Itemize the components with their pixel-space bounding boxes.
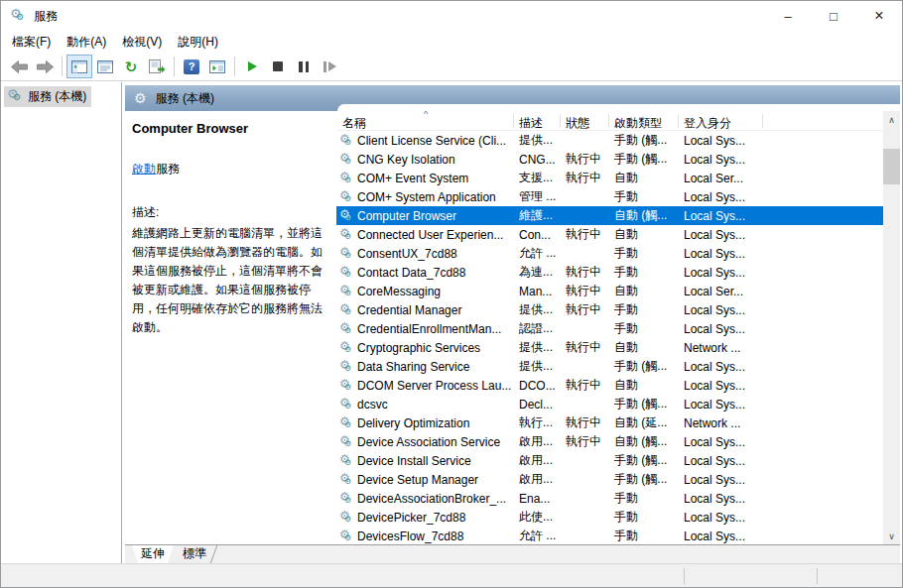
table-row[interactable]: ⚙⚙ Data Sharing Service 提供... 手動 (觸... L… (336, 357, 883, 376)
status-bar-divider (817, 568, 818, 584)
table-row[interactable]: ⚙⚙ ConsentUX_7cd88 允許 ... 手動 Local Sys..… (336, 244, 883, 263)
service-logon-cell: Local Sys... (678, 209, 763, 223)
service-logon-cell: Local Sys... (678, 511, 763, 525)
table-row[interactable]: ⚙⚙ COM+ System Application 管理 ... 手動 Loc… (336, 187, 883, 206)
stop-service-button[interactable] (265, 55, 291, 78)
service-logon-cell: Local Sys... (678, 322, 763, 336)
service-description-cell: 維護... (513, 207, 560, 224)
vertical-scrollbar[interactable]: ∧ ∨ (883, 111, 900, 544)
table-row[interactable]: ⚙⚙ Contact Data_7cd88 為連... 執行中 手動 Local… (336, 263, 883, 282)
service-rows: ⚙⚙ Client License Service (Cli... 提供... … (336, 131, 883, 544)
service-description-cell: 認證... (513, 320, 560, 337)
table-row[interactable]: ⚙⚙ Computer Browser 維護... 自動 (觸... Local… (336, 206, 883, 225)
services-panel-header: ⚙ 服務 (本機) (125, 85, 900, 111)
scroll-up-icon[interactable]: ∧ (883, 111, 900, 128)
service-startup-type-cell: 手動 (觸... (608, 132, 678, 149)
back-button[interactable] (6, 55, 32, 78)
column-header-description[interactable]: 描述 (513, 111, 560, 130)
tab-extended[interactable]: 延伸 (132, 545, 174, 563)
pause-service-button[interactable] (291, 55, 317, 78)
services-list: 名稱 ^ 描述 狀態 啟動類型 登入身分 ⚙⚙ Client License S… (336, 111, 883, 544)
service-gear-icon: ⚙⚙ (339, 473, 353, 486)
table-row[interactable]: ⚙⚙ DeviceAssociationBroker_... Ena... 手動… (336, 489, 883, 508)
show-console-tree-button[interactable] (66, 55, 92, 78)
table-row[interactable]: ⚙⚙ CoreMessaging Man... 執行中 自動 Local Ser… (336, 282, 883, 300)
table-row[interactable]: ⚙⚙ CredentialEnrollmentMan... 認證... 手動 L… (336, 319, 883, 338)
table-row[interactable]: ⚙⚙ dcsvc Decl... 手動 (觸... Local Sys... (336, 395, 883, 413)
table-row[interactable]: ⚙⚙ Credential Manager 提供... 執行中 手動 Local… (336, 300, 883, 319)
service-logon-cell: Local Sys... (678, 492, 763, 506)
service-status-cell: 執行中 (560, 170, 608, 186)
service-name-cell: ⚙⚙ Contact Data_7cd88 (336, 266, 513, 280)
service-description-cell: Ena... (513, 492, 560, 506)
service-logon-cell: Local Sys... (678, 360, 763, 374)
window-title: 服務 (34, 8, 58, 25)
refresh-button[interactable]: ↻ (118, 55, 144, 78)
tab-standard[interactable]: 標準 (174, 545, 215, 563)
service-gear-icon: ⚙⚙ (339, 492, 353, 505)
table-row[interactable]: ⚙⚙ DevicesFlow_7cd88 允許 ... 手動 Local Sys… (336, 527, 883, 544)
table-row[interactable]: ⚙⚙ Delivery Optimization 執行... 執行中 自動 (延… (336, 413, 883, 432)
properties-button[interactable] (92, 55, 118, 78)
help-button[interactable]: ? (179, 55, 204, 78)
service-name-cell: ⚙⚙ Device Setup Manager (336, 473, 513, 487)
close-button[interactable]: × (856, 1, 902, 31)
menu-bar: 檔案(F) 動作(A) 檢視(V) 說明(H) (1, 31, 902, 53)
scrollbar-thumb[interactable] (883, 149, 900, 184)
service-gear-icon: ⚙⚙ (339, 511, 353, 524)
menu-action[interactable]: 動作(A) (59, 31, 114, 54)
service-logon-cell: Local Sys... (678, 228, 763, 242)
service-description-cell: DCO... (513, 379, 560, 393)
help-icon: ? (184, 59, 199, 74)
column-header-startup-type[interactable]: 啟動類型 (608, 111, 678, 130)
table-row[interactable]: ⚙⚙ DevicePicker_7cd88 此使... 手動 Local Sys… (336, 508, 883, 527)
stop-icon (273, 61, 283, 71)
column-header-status[interactable]: 狀態 (560, 111, 608, 130)
table-row[interactable]: ⚙⚙ CNG Key Isolation CNG... 執行中 手動 (觸...… (336, 150, 883, 169)
column-header-name[interactable]: 名稱 ^ (336, 111, 513, 130)
service-logon-cell: Local Sys... (678, 303, 763, 317)
extended-view-button[interactable] (204, 55, 230, 78)
service-startup-type-cell: 自動 (608, 377, 678, 394)
service-logon-cell: Local Sys... (678, 134, 763, 148)
panel-body: Computer Browser 啟動服務 描述: 維護網路上更新的電腦清單，並… (125, 111, 900, 544)
forward-button[interactable] (32, 55, 58, 78)
table-row[interactable]: ⚙⚙ DCOM Server Process Lau... DCO... 執行中… (336, 376, 883, 395)
column-header-logon-as[interactable]: 登入身分 (678, 111, 763, 130)
tab-standard-label: 標準 (183, 546, 206, 560)
service-logon-cell: Network ... (678, 341, 763, 355)
service-description-cell: 為連... (513, 264, 560, 281)
selected-service-name: Computer Browser (132, 121, 328, 136)
service-info-pane: Computer Browser 啟動服務 描述: 維護網路上更新的電腦清單，並… (125, 111, 336, 544)
table-row[interactable]: ⚙⚙ Device Install Service 啟用... 手動 (觸...… (336, 451, 883, 470)
scroll-down-icon[interactable]: ∨ (883, 528, 900, 544)
tree-item-services-local[interactable]: ⚙⚙ 服務 (本機) (4, 86, 91, 107)
service-startup-type-cell: 自動 (608, 170, 678, 186)
table-row[interactable]: ⚙⚙ Device Association Service 啟用... 執行中 … (336, 432, 883, 451)
minimize-button[interactable]: – (765, 1, 811, 31)
service-status-cell: 執行中 (560, 377, 608, 394)
toolbar: ↻ ? (1, 53, 902, 81)
start-service-link[interactable]: 啟動 (132, 162, 156, 176)
start-service-button[interactable] (239, 55, 265, 78)
services-window: ⚙⚙ 服務 – □ × 檔案(F) 動作(A) 檢視(V) 說明(H) ↻ (0, 0, 903, 588)
service-name-cell: ⚙⚙ Client License Service (Cli... (336, 134, 513, 148)
export-list-button[interactable] (144, 55, 170, 78)
service-name-cell: ⚙⚙ DCOM Server Process Lau... (336, 379, 513, 393)
menu-view[interactable]: 檢視(V) (114, 31, 170, 54)
table-row[interactable]: ⚙⚙ Device Setup Manager 啟用... 手動 (觸... L… (336, 470, 883, 489)
table-row[interactable]: ⚙⚙ Client License Service (Cli... 提供... … (336, 131, 883, 150)
maximize-button[interactable]: □ (811, 1, 856, 31)
menu-help[interactable]: 說明(H) (170, 31, 226, 54)
service-status-cell: 執行中 (560, 264, 608, 281)
window-controls: – □ × (765, 1, 902, 31)
service-gear-icon: ⚙⚙ (339, 360, 353, 373)
back-icon (11, 60, 28, 73)
service-name-cell: ⚙⚙ DevicesFlow_7cd88 (336, 529, 513, 543)
restart-service-button[interactable] (317, 55, 342, 78)
menu-file[interactable]: 檔案(F) (4, 31, 59, 54)
table-row[interactable]: ⚙⚙ COM+ Event System 支援... 執行中 自動 Local … (336, 169, 883, 187)
table-row[interactable]: ⚙⚙ Cryptographic Services 提供... 執行中 自動 N… (336, 338, 883, 357)
service-status-cell: 執行中 (560, 414, 608, 431)
table-row[interactable]: ⚙⚙ Connected User Experien... Con... 執行中… (336, 225, 883, 244)
